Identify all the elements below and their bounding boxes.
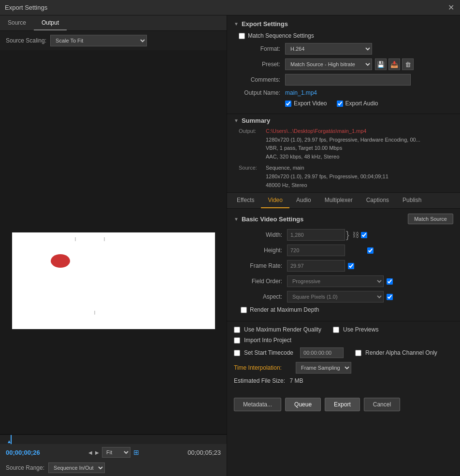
tab-publish[interactable]: Publish (396, 193, 428, 208)
timeline-bar: ▲ (0, 434, 227, 444)
output-details: C:\Users\...\Desktop\Forgatás\main_1.mp4… (266, 127, 420, 161)
time-interpolation-select[interactable]: Frame Sampling Frame Blending Optical Fl… (296, 362, 351, 374)
start-timecode-input[interactable] (300, 347, 344, 358)
play-button[interactable]: ▶ (95, 450, 99, 455)
comments-label: Comments: (237, 76, 280, 83)
max-render-quality-label: Use Maximum Render Quality (244, 326, 321, 333)
preset-icons: 💾 📥 🗑 (375, 58, 414, 70)
source-summary-row: Source: Sequence, main 1280x720 (1.0), 2… (239, 164, 453, 189)
fullscreen-icon[interactable]: ⊞ (133, 448, 139, 456)
export-button[interactable]: Export (325, 398, 360, 411)
frame-rate-label: Frame Rate: (234, 262, 282, 269)
time-interpolation-label: Time Interpolation: (234, 364, 292, 371)
start-timecode-checkbox[interactable] (234, 350, 240, 356)
render-alpha-checkbox[interactable] (355, 350, 361, 356)
tab-output[interactable]: Output (34, 15, 67, 30)
render-depth-row: Render at Maximum Depth (234, 306, 453, 313)
summary-collapse-icon[interactable]: ▼ (234, 118, 239, 123)
export-video-checkbox[interactable] (285, 101, 291, 107)
playback-controls: ◀ ▶ Fit 25% 50% 75% 100% ⊞ (88, 447, 139, 458)
tab-effects[interactable]: Effects (230, 193, 261, 208)
use-previews-label: Use Previews (343, 326, 378, 333)
max-render-quality-checkbox[interactable] (234, 327, 240, 333)
tab-source[interactable]: Source (0, 15, 34, 30)
comments-row: Comments: (234, 74, 453, 86)
render-depth-label: Render at Maximum Depth (250, 306, 319, 313)
aspect-row: Aspect: Square Pixels (1.0) D1/DV NTSC (… (234, 291, 453, 303)
source-details1: Sequence, main (266, 164, 388, 173)
main-container: Source Output Source Scaling: Scale To F… (0, 15, 460, 476)
output-details1: 1280x720 (1.0), 29.97 fps, Progressive, … (266, 136, 420, 144)
cancel-button[interactable]: Cancel (364, 398, 400, 411)
video-tabs-row: Effects Video Audio Multiplexer Captions… (227, 193, 460, 209)
aspect-checkbox[interactable] (387, 294, 393, 300)
source-scaling-label: Source Scaling: (6, 37, 46, 44)
output-name-label: Output Name: (237, 89, 280, 96)
source-scaling-select[interactable]: Scale To Fit Scale To Fill Stretch To Fi… (50, 35, 147, 46)
summary-content: Output: C:\Users\...\Desktop\Forgatás\ma… (234, 127, 453, 189)
import-project-checkbox[interactable] (234, 337, 240, 344)
collapse-icon[interactable]: ▼ (234, 21, 239, 27)
format-row: Format: H.264 H.265 (HEVC) MPEG2 QuickTi… (234, 43, 453, 55)
field-order-label: Field Order: (234, 278, 282, 285)
match-source-button[interactable]: Match Source (408, 214, 453, 224)
source-scaling-row: Source Scaling: Scale To Fit Scale To Fi… (0, 31, 227, 50)
metadata-button[interactable]: Metadata... (234, 398, 281, 411)
summary-section: ▼ Summary Output: C:\Users\...\Desktop\F… (227, 114, 460, 193)
render-depth-checkbox[interactable] (241, 307, 247, 313)
right-panel: ▼ Export Settings Match Sequence Setting… (227, 15, 460, 476)
video-settings-collapse-icon[interactable]: ▼ (234, 216, 239, 222)
match-sequence-checkbox[interactable] (239, 33, 245, 39)
max-render-quality-row: Use Maximum Render Quality Use Previews (234, 326, 453, 333)
tick-mark-3 (94, 311, 95, 315)
output-details3: AAC, 320 kbps, 48 kHz, Stereo (266, 153, 420, 161)
export-video-label: Export Video (294, 100, 327, 107)
field-order-checkbox[interactable] (387, 278, 393, 285)
width-row: Width: } ⛓ (234, 229, 453, 241)
action-buttons: Metadata... Queue Export Cancel (227, 394, 460, 415)
close-button[interactable]: ✕ (446, 3, 455, 12)
link-chain-icon[interactable]: ⛓ (352, 231, 359, 239)
fit-select[interactable]: Fit 25% 50% 75% 100% (102, 447, 130, 458)
height-wh-group (287, 245, 374, 256)
export-settings-header: ▼ Export Settings (234, 20, 453, 28)
delete-preset-button[interactable]: 🗑 (402, 58, 414, 70)
timecode-row: 00;00;00;26 ◀ ▶ Fit 25% 50% 75% 100% ⊞ 0… (0, 444, 227, 461)
width-label: Width: (234, 231, 282, 238)
tab-video[interactable]: Video (261, 193, 289, 208)
prev-frame-button[interactable]: ◀ (88, 450, 92, 455)
estimated-file-size-row: Estimated File Size: 7 MB (234, 377, 453, 384)
import-preset-button[interactable]: 📥 (388, 58, 400, 70)
summary-title: Summary (242, 117, 270, 124)
source-details2: 1280x720 (1.0), 29.97 fps, Progressive, … (266, 173, 388, 181)
aspect-select[interactable]: Square Pixels (1.0) D1/DV NTSC (0.9) D1/… (287, 291, 384, 303)
tab-multiplexer[interactable]: Multiplexer (318, 193, 359, 208)
export-video-item: Export Video (285, 100, 327, 107)
preset-label: Preset: (237, 61, 280, 68)
width-input[interactable] (287, 229, 345, 241)
tab-audio[interactable]: Audio (289, 193, 318, 208)
save-preset-button[interactable]: 💾 (375, 58, 387, 70)
height-checkbox[interactable] (367, 247, 374, 254)
source-range-select[interactable]: Sequence In/Out Work Area Entire Sequenc… (48, 462, 105, 473)
frame-rate-input[interactable] (287, 260, 345, 272)
comments-input[interactable] (285, 74, 411, 86)
frame-rate-checkbox[interactable] (348, 263, 354, 269)
preset-select[interactable]: Match Source - High bitrate Match Source… (285, 58, 372, 70)
use-previews-checkbox[interactable] (333, 327, 339, 333)
format-select[interactable]: H.264 H.265 (HEVC) MPEG2 QuickTime AVI (285, 43, 372, 55)
basic-video-settings-title: Basic Video Settings (242, 216, 303, 223)
window-title: Export Settings (5, 4, 47, 11)
width-checkbox[interactable] (361, 232, 367, 238)
tick-mark-2 (104, 237, 105, 241)
height-input[interactable] (287, 245, 345, 256)
output-path: C:\Users\...\Desktop\Forgatás\main_1.mp4 (266, 127, 420, 136)
export-audio-checkbox[interactable] (337, 101, 343, 107)
source-details3: 48000 Hz, Stereo (266, 181, 388, 190)
queue-button[interactable]: Queue (285, 398, 321, 411)
output-name-row: Output Name: main_1.mp4 (234, 89, 453, 96)
bottom-options: Use Maximum Render Quality Use Previews … (227, 321, 460, 394)
output-name-link[interactable]: main_1.mp4 (285, 89, 317, 96)
tab-captions[interactable]: Captions (359, 193, 396, 208)
field-order-select[interactable]: Progressive Upper First Lower First (287, 275, 384, 287)
